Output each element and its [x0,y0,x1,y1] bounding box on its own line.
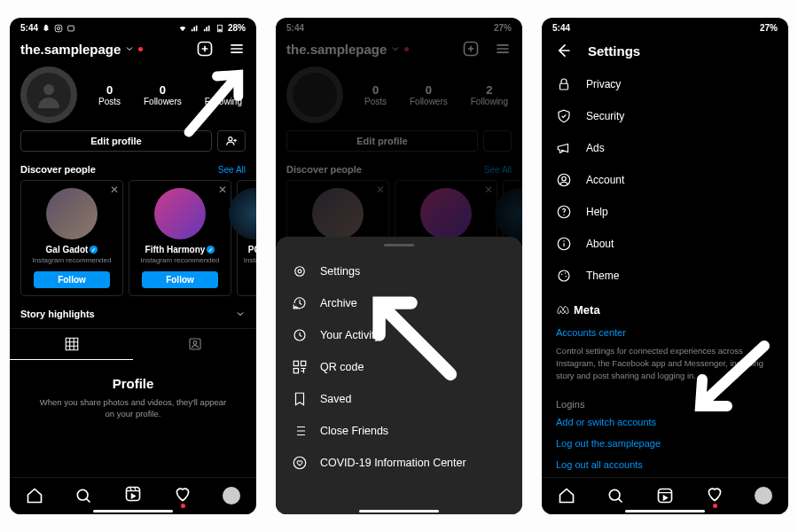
settings-ads[interactable]: Ads [542,132,788,164]
activity-icon[interactable] [706,485,724,505]
activity-icon[interactable] [174,485,192,505]
stat-following[interactable]: 2Following [205,83,242,106]
svg-point-29 [563,240,565,242]
card-avatar [229,188,256,239]
logout-all[interactable]: Log out all accounts [542,454,788,475]
list-icon [292,423,308,439]
sheet-settings[interactable]: Settings [276,255,522,287]
tab-tagged[interactable] [133,329,256,360]
theme-icon [556,268,572,284]
megaphone-icon [556,140,572,156]
settings-help[interactable]: Help [542,196,788,228]
svg-point-11 [78,489,89,500]
chevron-down-icon [124,43,135,54]
screenshot-profile: 5:44 28% the.samplepage [10,18,256,514]
card-avatar [46,188,98,239]
sheet-archive[interactable]: Archive [276,287,522,319]
close-icon[interactable]: ✕ [110,184,119,196]
bottom-nav [542,477,788,514]
bottom-sheet: Settings Archive Your Activity QR code S… [276,237,522,514]
info-icon [556,236,572,252]
svg-rect-18 [293,361,298,365]
battery-icon [215,24,224,33]
logins-section: Logins [542,388,788,411]
settings-privacy[interactable]: Privacy [542,68,788,100]
settings-security[interactable]: Security [542,100,788,132]
sheet-handle[interactable] [384,244,414,246]
svg-rect-5 [218,28,221,30]
svg-rect-0 [55,25,62,32]
hamburger-icon[interactable] [228,40,246,58]
username-selector[interactable]: the.samplepage [20,42,143,57]
profile-stats-row: 0Posts 0Followers 2Following [10,63,256,130]
gesture-bar [93,510,173,512]
new-post-icon[interactable] [196,40,214,58]
sheet-saved[interactable]: Saved [276,383,522,415]
edit-profile-button[interactable]: Edit profile [20,130,212,152]
svg-point-34 [610,489,621,500]
reels-icon[interactable] [656,487,674,505]
svg-point-31 [561,274,563,276]
story-highlights-row[interactable]: Story highlights [10,303,256,325]
svg-point-30 [559,270,569,281]
archive-icon [292,295,308,311]
heart-circle-icon [292,455,308,471]
sheet-close-friends[interactable]: Close Friends [276,415,522,447]
stat-followers[interactable]: 0Followers [144,83,182,106]
tab-grid[interactable] [10,329,133,360]
back-icon[interactable] [554,42,572,59]
bookmark-icon [292,391,308,407]
follow-button[interactable]: Follow [34,271,110,288]
search-icon[interactable] [74,487,92,505]
suggestion-card[interactable]: ✕ Fifth Harmony✓ Instagram recommended F… [129,180,231,296]
search-icon[interactable] [606,487,624,505]
accounts-center-link[interactable]: Accounts center [542,322,788,343]
svg-point-33 [566,276,567,278]
discover-label: Discover people [20,164,96,175]
home-icon[interactable] [558,487,575,505]
svg-rect-3 [68,26,74,31]
profile-nav-icon[interactable] [755,487,772,505]
sheet-activity[interactable]: Your Activity [276,319,522,351]
see-all-link[interactable]: See All [218,165,246,175]
home-icon[interactable] [26,487,43,505]
clock-icon [292,327,308,343]
suggestion-card[interactable]: ✕ PO Instagr [237,180,256,296]
profile-nav-icon[interactable] [223,487,240,505]
svg-point-15 [295,267,305,277]
svg-point-32 [565,272,567,274]
signal-icon [191,24,200,33]
follow-button[interactable]: Follow [142,271,218,288]
reels-icon[interactable] [124,485,142,505]
verified-icon: ✓ [90,246,98,254]
logout-user[interactable]: Log out the.samplepage [542,433,788,454]
wifi-icon [178,24,187,33]
add-person-icon [225,135,238,147]
add-switch-accounts[interactable]: Add or switch accounts [542,411,788,433]
lock-icon [556,76,572,92]
gesture-bar [625,510,705,512]
suggestion-card[interactable]: ✕ Gal Gadot✓ Instagram recommended Follo… [20,180,123,296]
stat-posts[interactable]: 0Posts [98,83,121,106]
notification-dot [138,47,143,51]
grid-icon [64,336,80,352]
svg-point-1 [57,27,59,29]
meta-logo: Meta [556,302,774,317]
empty-profile-message: Profile When you share photos and videos… [10,360,256,436]
qr-icon [292,359,308,375]
close-icon[interactable]: ✕ [218,184,227,196]
svg-point-27 [563,215,564,215]
discover-people-button[interactable] [217,130,246,152]
svg-rect-35 [658,489,671,502]
settings-account[interactable]: Account [542,164,788,196]
avatar[interactable] [20,66,77,123]
settings-theme[interactable]: Theme [542,260,788,292]
settings-about[interactable]: About [542,228,788,260]
gesture-bar [359,510,439,512]
instagram-icon [54,24,63,33]
sheet-qrcode[interactable]: QR code [276,351,522,383]
sheet-covid[interactable]: COVID-19 Information Center [276,447,522,479]
svg-rect-20 [293,369,298,373]
tab-icon [66,24,75,33]
signal-icon [203,24,212,33]
